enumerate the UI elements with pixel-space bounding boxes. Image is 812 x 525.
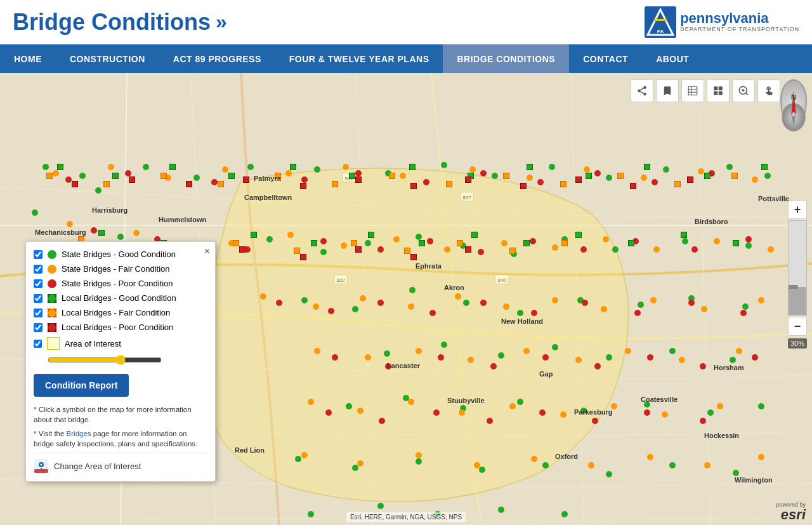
bridge-dot[interactable] <box>552 244 558 251</box>
zoom-in-button[interactable] <box>732 79 755 102</box>
bridge-dot[interactable] <box>377 503 384 509</box>
bridge-dot[interactable] <box>742 303 749 310</box>
bridge-square[interactable] <box>160 173 167 179</box>
bridge-dot[interactable] <box>733 470 739 476</box>
bridge-dot[interactable] <box>211 179 218 185</box>
bridge-dot[interactable] <box>669 462 676 469</box>
bridge-square[interactable] <box>630 183 636 189</box>
bridge-dot[interactable] <box>606 175 612 181</box>
bookmark-button[interactable] <box>656 79 679 102</box>
bridge-dot[interactable] <box>492 173 498 179</box>
bridge-dot[interactable] <box>638 302 644 308</box>
bridge-dot[interactable] <box>704 462 710 469</box>
bridge-dot[interactable] <box>365 240 371 246</box>
bridge-dot[interactable] <box>691 246 698 253</box>
bridge-square[interactable] <box>169 164 176 170</box>
bridge-square[interactable] <box>465 176 471 183</box>
bridge-dot[interactable] <box>346 403 352 409</box>
bridge-square[interactable] <box>457 240 463 246</box>
bridge-dot[interactable] <box>468 357 474 363</box>
bridge-dot[interactable] <box>700 418 706 424</box>
bridge-square[interactable] <box>731 173 738 179</box>
bridge-dot[interactable] <box>117 234 124 240</box>
bridge-square[interactable] <box>349 173 355 179</box>
bridge-dot[interactable] <box>91 227 97 234</box>
bridge-dot[interactable] <box>745 236 752 243</box>
legend-checkbox-state-poor[interactable] <box>34 279 43 288</box>
bridge-square[interactable] <box>129 176 135 183</box>
bridge-dot[interactable] <box>539 409 546 416</box>
bridge-square[interactable] <box>644 164 650 170</box>
bridge-dot[interactable] <box>459 409 465 416</box>
legend-close-button[interactable]: × <box>204 246 210 257</box>
bridge-square[interactable] <box>575 232 582 238</box>
bridge-square[interactable] <box>503 173 509 179</box>
bridge-dot[interactable] <box>320 238 327 244</box>
bridge-dot[interactable] <box>408 303 414 310</box>
bridge-dot[interactable] <box>295 456 301 462</box>
map-container[interactable]: 501 897 340 322 <box>0 73 812 525</box>
bridge-dot[interactable] <box>663 166 669 173</box>
condition-report-button[interactable]: Condition Report <box>34 374 129 397</box>
bridge-square[interactable] <box>523 240 530 246</box>
bridge-dot[interactable] <box>714 238 720 244</box>
legend-checkbox-state-fair[interactable] <box>34 265 43 274</box>
bridge-dot[interactable] <box>549 164 555 170</box>
bridge-dot[interactable] <box>355 170 362 176</box>
bridge-square[interactable] <box>57 164 63 170</box>
opacity-slider[interactable] <box>48 355 162 365</box>
legend-checkbox-state-good[interactable] <box>34 250 43 259</box>
bridge-square[interactable] <box>733 240 739 246</box>
bridge-dot[interactable] <box>726 164 733 170</box>
bridge-square[interactable] <box>300 183 306 189</box>
bridge-dot[interactable] <box>652 179 658 185</box>
bridge-dot[interactable] <box>688 300 695 306</box>
bridge-dot[interactable] <box>707 409 714 416</box>
compass[interactable]: N <box>780 79 807 130</box>
bridge-dot[interactable] <box>32 209 38 216</box>
bridge-dot[interactable] <box>379 418 385 424</box>
zoom-slider-track[interactable] <box>788 220 807 316</box>
bridge-dot[interactable] <box>542 462 549 469</box>
bridge-dot[interactable] <box>325 409 332 416</box>
bridge-dot[interactable] <box>575 357 582 363</box>
bridge-dot[interactable] <box>611 403 617 409</box>
bridge-square[interactable] <box>46 173 53 179</box>
bridge-dot[interactable] <box>537 179 544 185</box>
bridge-dot[interactable] <box>429 310 436 316</box>
bridge-dot[interactable] <box>603 236 609 243</box>
bridge-dot[interactable] <box>377 300 384 306</box>
bridge-square[interactable] <box>410 183 417 189</box>
legend-checkbox-area[interactable] <box>34 340 42 348</box>
bridge-dot[interactable] <box>764 173 771 179</box>
bridge-dot[interactable] <box>758 297 764 303</box>
bridge-dot[interactable] <box>682 238 688 244</box>
bridge-dot[interactable] <box>433 409 440 416</box>
legend-checkbox-local-fair[interactable] <box>34 309 43 317</box>
bridge-dot[interactable] <box>416 348 422 354</box>
bridge-square[interactable] <box>617 173 624 179</box>
bridge-square[interactable] <box>239 246 246 253</box>
bridge-dot[interactable] <box>730 357 736 363</box>
bridge-dot[interactable] <box>455 293 461 300</box>
bridge-dot[interactable] <box>584 166 590 173</box>
bridge-square[interactable] <box>233 240 239 246</box>
bridge-dot[interactable] <box>653 246 660 253</box>
bridge-dot[interactable] <box>408 399 414 405</box>
bridge-dot[interactable] <box>498 507 504 513</box>
bridge-dot[interactable] <box>701 306 707 312</box>
bridge-dot[interactable] <box>276 300 282 306</box>
bridge-dot[interactable] <box>193 175 200 181</box>
bridge-square[interactable] <box>332 181 338 187</box>
bridge-square[interactable] <box>351 240 357 246</box>
bridge-dot[interactable] <box>606 354 612 361</box>
bridge-dot[interactable] <box>601 306 607 312</box>
bridge-dot[interactable] <box>438 354 444 361</box>
bridge-dot[interactable] <box>669 348 676 354</box>
bridge-dot[interactable] <box>423 179 429 185</box>
bridge-dot[interactable] <box>531 456 537 462</box>
bridge-dot[interactable] <box>698 168 704 175</box>
bridge-square[interactable] <box>98 230 105 236</box>
bridge-dot[interactable] <box>308 511 314 517</box>
bridge-square[interactable] <box>575 176 582 183</box>
